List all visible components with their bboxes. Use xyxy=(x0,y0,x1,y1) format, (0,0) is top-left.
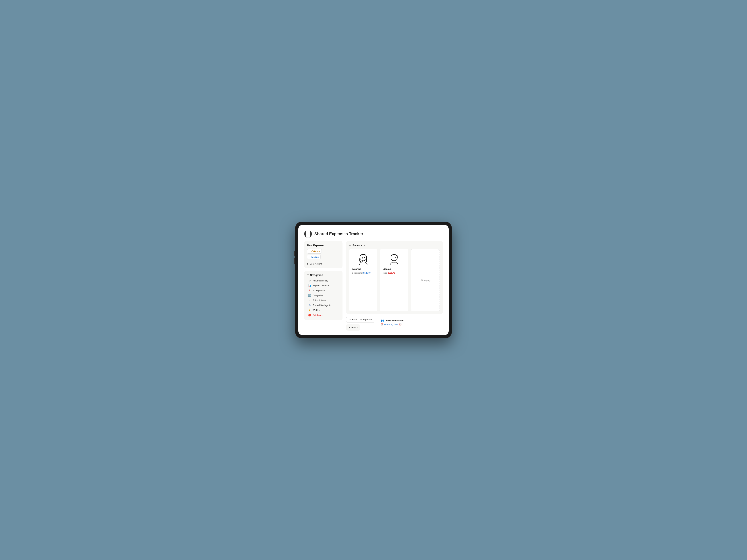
balance-add-icon[interactable]: + xyxy=(364,244,365,247)
more-actions-chevron-icon xyxy=(307,263,308,265)
divider xyxy=(307,261,340,261)
nav-item-shared-savings[interactable]: 🗂 Shared Savings Ac... xyxy=(307,303,340,308)
nicolas-button[interactable]: + Nicolas xyxy=(307,255,320,259)
inbox-chevron-icon xyxy=(349,327,350,328)
catarina-avatar-svg xyxy=(356,251,370,266)
svg-rect-7 xyxy=(393,261,395,262)
refunds-history-label: Refunds History xyxy=(313,279,328,282)
expense-reports-label: Expense Reports xyxy=(313,284,329,287)
balance-header: ⇄ Balance + xyxy=(349,244,440,247)
catarina-label: Catarina xyxy=(311,250,320,252)
nav-collapse-icon[interactable] xyxy=(307,274,309,276)
all-expenses-icon: ⬇ xyxy=(308,289,311,292)
svg-point-2 xyxy=(364,257,365,258)
device-frame: Shared Expenses Tracker New Expense + Ca… xyxy=(295,222,452,338)
expense-reports-icon: 📊 xyxy=(308,284,311,287)
settlement-title: Next Settlement xyxy=(386,319,404,322)
new-expense-title: New Expense xyxy=(307,244,340,247)
refund-check-icon: ☑ xyxy=(349,318,351,321)
nav-item-all-expenses[interactable]: ⬇ All Expenses xyxy=(307,288,340,293)
svg-point-5 xyxy=(393,257,393,258)
svg-point-6 xyxy=(395,257,395,258)
databases-label: Databases xyxy=(313,314,323,317)
nav-item-expense-reports[interactable]: 📊 Expense Reports xyxy=(307,283,340,288)
refund-all-button[interactable]: ☑ Refund All Expenses xyxy=(346,317,375,322)
inbox-label: Inbox xyxy=(352,326,358,329)
logo-half xyxy=(306,230,310,238)
catarina-status: is waiting for $525.79 xyxy=(352,272,370,274)
nicolas-label: Nicolas xyxy=(311,256,318,258)
balance-title: Balance xyxy=(353,244,362,247)
settlement-date: 📅 March 1, 2025 ⏰ xyxy=(381,323,440,326)
app-logo xyxy=(304,230,312,238)
refunds-history-icon: ⇄ xyxy=(308,279,311,282)
main-layout: New Expense + Catarina + Nicolas xyxy=(304,241,443,331)
wishlist-label: Wishlist xyxy=(313,309,320,312)
new-expense-card: New Expense + Catarina + Nicolas xyxy=(304,241,342,268)
subscriptions-icon: ⇄ xyxy=(308,299,311,302)
alarm-icon: ⏰ xyxy=(399,323,402,326)
balance-card: ⇄ Balance + xyxy=(346,241,443,314)
nicolas-amount: $525.79 xyxy=(388,272,395,274)
more-actions-button[interactable]: More Actions xyxy=(307,263,340,265)
main-panel: ⇄ Balance + xyxy=(346,241,443,331)
bottom-row: ☑ Refund All Expenses Inbox xyxy=(346,317,443,331)
databases-icon: 🔴 xyxy=(308,314,311,317)
balance-content: Catarina is waiting for $525.79 xyxy=(349,249,440,311)
nicolas-avatar-svg xyxy=(387,251,402,266)
new-page-label: + New page xyxy=(419,279,431,282)
app-content: Shared Expenses Tracker New Expense + Ca… xyxy=(299,225,448,335)
catarina-avatar xyxy=(356,251,370,266)
svg-rect-3 xyxy=(362,260,364,262)
nav-item-subscriptions[interactable]: ⇄ Subscriptions xyxy=(307,298,340,302)
subscriptions-label: Subscriptions xyxy=(313,299,326,302)
nav-item-wishlist[interactable]: ★ Wishlist xyxy=(307,308,340,313)
catarina-plus-icon: + xyxy=(309,250,311,252)
nicolas-avatar xyxy=(387,251,402,266)
categories-label: Categories xyxy=(313,294,323,297)
calendar-icon: 📅 xyxy=(381,323,383,326)
shared-savings-icon: 🗂 xyxy=(308,304,311,306)
catarina-amount: $525.79 xyxy=(363,272,370,274)
svg-point-1 xyxy=(362,257,363,258)
nav-item-categories[interactable]: 🔄 Categories xyxy=(307,293,340,298)
new-expense-buttons: + Catarina + Nicolas xyxy=(307,249,340,259)
shared-savings-label: Shared Savings Ac... xyxy=(313,304,333,306)
screen: Shared Expenses Tracker New Expense + Ca… xyxy=(299,225,448,335)
nicolas-name: Nicolas xyxy=(382,268,391,270)
catarina-button[interactable]: + Catarina xyxy=(307,249,322,254)
settlement-people-icon: 👥 xyxy=(381,319,384,322)
refund-label: Refund All Expenses xyxy=(352,318,372,321)
settlement-date-value: March 1, 2025 xyxy=(384,323,398,326)
app-title: Shared Expenses Tracker xyxy=(314,232,363,236)
categories-icon: 🔄 xyxy=(308,294,311,297)
balance-transfer-icon: ⇄ xyxy=(349,244,351,247)
sidebar: New Expense + Catarina + Nicolas xyxy=(304,241,342,331)
inbox-row[interactable]: Inbox xyxy=(346,324,360,331)
navigation-title: Navigation xyxy=(307,274,340,276)
nav-items: ⇄ Refunds History 📊 Expense Reports ⬇ Al… xyxy=(307,278,340,317)
navigation-card: Navigation ⇄ Refunds History 📊 Expense R… xyxy=(304,271,342,320)
nicolas-card: Nicolas owes $525.79 xyxy=(380,249,408,311)
all-expenses-label: All Expenses xyxy=(313,289,325,292)
catarina-card: Catarina is waiting for $525.79 xyxy=(349,249,377,311)
nicolas-plus-icon: + xyxy=(309,256,311,258)
navigation-label: Navigation xyxy=(310,274,323,276)
more-actions-label: More Actions xyxy=(309,263,322,265)
new-page-card[interactable]: + New page xyxy=(411,249,440,311)
settlement-header: 👥 Next Settlement xyxy=(381,319,440,322)
wishlist-icon: ★ xyxy=(308,309,311,312)
catarina-name: Catarina xyxy=(352,268,361,270)
nicolas-status: owes $525.79 xyxy=(382,272,395,274)
nav-item-refunds-history[interactable]: ⇄ Refunds History xyxy=(307,278,340,283)
settlement-card: 👥 Next Settlement 📅 March 1, 2025 ⏰ xyxy=(378,317,443,328)
app-header: Shared Expenses Tracker xyxy=(304,230,443,238)
nav-item-databases[interactable]: 🔴 Databases xyxy=(307,313,340,317)
